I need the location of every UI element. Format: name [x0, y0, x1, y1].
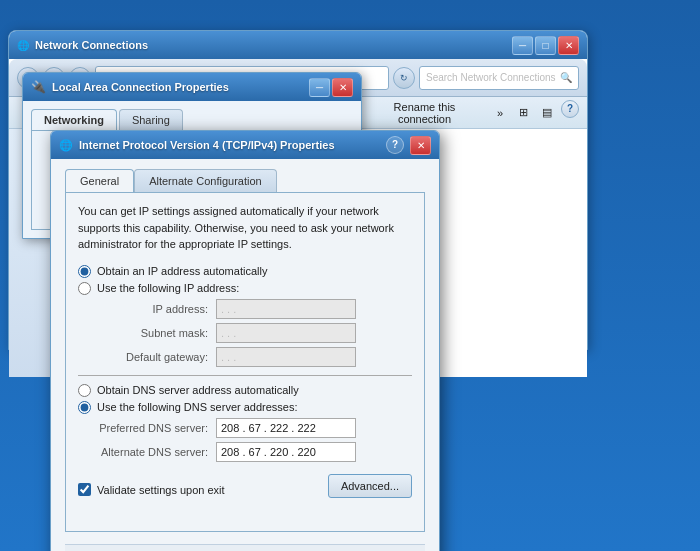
- default-gateway-row: Default gateway: . . .: [98, 347, 412, 367]
- tcp-dialog-content: General Alternate Configuration You can …: [51, 159, 439, 551]
- titlebar-controls: ─ □ ✕: [512, 36, 579, 55]
- tab-networking[interactable]: Networking: [31, 109, 117, 130]
- validate-row: Validate settings upon exit: [78, 483, 225, 496]
- tcp-tab-general[interactable]: General: [65, 169, 134, 192]
- tcp-dialog: 🌐 Internet Protocol Version 4 (TCP/IPv4)…: [50, 130, 440, 551]
- explorer-title: Network Connections: [35, 39, 506, 51]
- default-gateway-input[interactable]: . . .: [216, 347, 356, 367]
- tcp-title-icon: 🌐: [59, 139, 73, 152]
- preferred-dns-row: Preferred DNS server: 208 . 67 . 222 . 2…: [98, 418, 412, 438]
- auto-ip-radio[interactable]: [78, 265, 91, 278]
- manual-ip-row: Use the following IP address:: [78, 282, 412, 295]
- auto-ip-label: Obtain an IP address automatically: [97, 265, 267, 277]
- tcp-close-button[interactable]: ✕: [410, 136, 431, 155]
- tcp-button-row: OK Cancel: [65, 544, 425, 551]
- minimize-button[interactable]: ─: [512, 36, 533, 55]
- refresh-button[interactable]: ↻: [393, 67, 415, 89]
- manual-dns-radio[interactable]: [78, 401, 91, 414]
- tab-sharing[interactable]: Sharing: [119, 109, 183, 130]
- auto-dns-row: Obtain DNS server address automatically: [78, 384, 412, 397]
- close-button[interactable]: ✕: [558, 36, 579, 55]
- tcp-tab-bar: General Alternate Configuration: [65, 169, 425, 192]
- tcp-help-button[interactable]: ?: [386, 136, 404, 154]
- alternate-dns-value: 208 . 67 . 220 . 220: [221, 446, 316, 458]
- ip-fields: IP address: . . . Subnet mask: . . . Def…: [98, 299, 412, 367]
- tcp-panel: You can get IP settings assigned automat…: [65, 192, 425, 532]
- lac-close-button[interactable]: ✕: [332, 78, 353, 97]
- validate-checkbox[interactable]: [78, 483, 91, 496]
- explorer-titlebar-icon: 🌐: [17, 40, 29, 51]
- auto-dns-radio[interactable]: [78, 384, 91, 397]
- ip-address-row: IP address: . . .: [98, 299, 412, 319]
- preview-pane-button[interactable]: ▤: [537, 100, 557, 126]
- auto-ip-row: Obtain an IP address automatically: [78, 265, 412, 278]
- auto-dns-label: Obtain DNS server address automatically: [97, 384, 299, 396]
- preferred-dns-input[interactable]: 208 . 67 . 222 . 222: [216, 418, 356, 438]
- help-button[interactable]: ?: [561, 100, 579, 118]
- ip-address-label: IP address:: [98, 303, 208, 315]
- validate-label: Validate settings upon exit: [97, 484, 225, 496]
- tcp-tab-alternate[interactable]: Alternate Configuration: [134, 169, 277, 192]
- more-button[interactable]: »: [488, 100, 512, 126]
- lac-tab-bar: Networking Sharing: [31, 109, 353, 130]
- maximize-button[interactable]: □: [535, 36, 556, 55]
- manual-dns-row: Use the following DNS server addresses:: [78, 401, 412, 414]
- tcp-dialog-title: Internet Protocol Version 4 (TCP/IPv4) P…: [79, 139, 380, 151]
- lac-title-icon: 🔌: [31, 80, 46, 94]
- tcp-titlebar-controls: ? ✕: [386, 136, 431, 155]
- search-icon: 🔍: [560, 72, 572, 83]
- bottom-row: Validate settings upon exit Advanced...: [78, 474, 412, 498]
- manual-ip-label: Use the following IP address:: [97, 282, 239, 294]
- alternate-dns-input[interactable]: 208 . 67 . 220 . 220: [216, 442, 356, 462]
- default-gateway-label: Default gateway:: [98, 351, 208, 363]
- manual-dns-label: Use the following DNS server addresses:: [97, 401, 298, 413]
- lac-minimize-button[interactable]: ─: [309, 78, 330, 97]
- tcp-titlebar: 🌐 Internet Protocol Version 4 (TCP/IPv4)…: [51, 131, 439, 159]
- view-options-button[interactable]: ⊞: [514, 100, 533, 126]
- desktop: 🌐 Network Connections ─ □ ✕ ◀ ▶ ⬆ Networ…: [0, 0, 700, 551]
- lac-titlebar: 🔌 Local Area Connection Properties ─ ✕: [23, 73, 361, 101]
- subnet-mask-row: Subnet mask: . . .: [98, 323, 412, 343]
- preferred-dns-label: Preferred DNS server:: [98, 422, 208, 434]
- ip-address-input[interactable]: . . .: [216, 299, 356, 319]
- explorer-titlebar: 🌐 Network Connections ─ □ ✕: [9, 31, 587, 59]
- advanced-button[interactable]: Advanced...: [328, 474, 412, 498]
- subnet-mask-label: Subnet mask:: [98, 327, 208, 339]
- alternate-dns-row: Alternate DNS server: 208 . 67 . 220 . 2…: [98, 442, 412, 462]
- subnet-mask-input[interactable]: . . .: [216, 323, 356, 343]
- tcp-description: You can get IP settings assigned automat…: [78, 203, 412, 253]
- lac-titlebar-controls: ─ ✕: [309, 78, 353, 97]
- search-box[interactable]: Search Network Connections 🔍: [419, 66, 579, 90]
- dns-separator: [78, 375, 412, 376]
- alternate-dns-label: Alternate DNS server:: [98, 446, 208, 458]
- dns-fields: Preferred DNS server: 208 . 67 . 222 . 2…: [98, 418, 412, 462]
- preferred-dns-value: 208 . 67 . 222 . 222: [221, 422, 316, 434]
- lac-dialog-title: Local Area Connection Properties: [52, 81, 303, 93]
- rename-button[interactable]: Rename this connection: [363, 100, 486, 126]
- search-placeholder: Search Network Connections: [426, 72, 556, 83]
- manual-ip-radio[interactable]: [78, 282, 91, 295]
